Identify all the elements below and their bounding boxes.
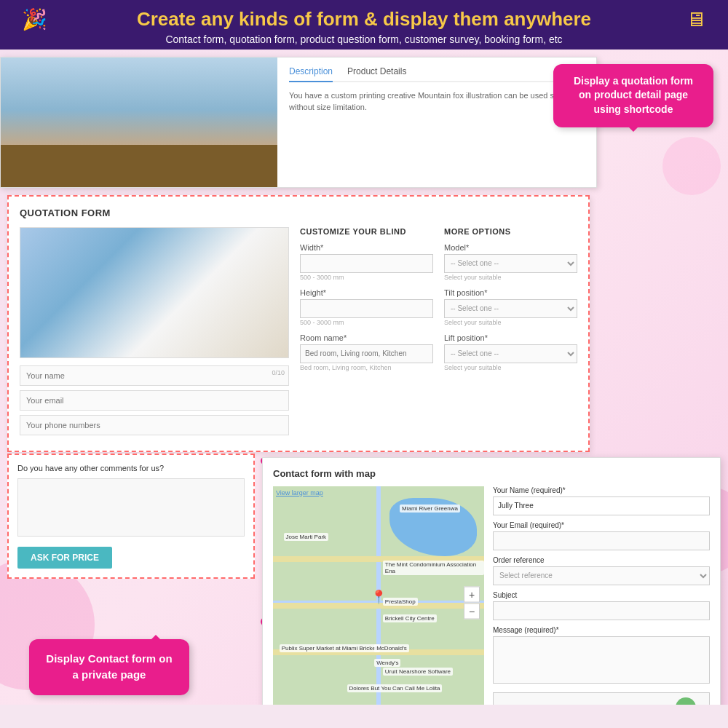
quotation-left: 0/10: [20, 227, 289, 440]
lift-field: Lift position* -- Select one -- Select y…: [444, 333, 577, 371]
map-controls: + −: [464, 586, 480, 619]
cf-subject-group: Subject: [493, 591, 710, 620]
map-pin: 📍: [371, 589, 387, 605]
main-content: Description Product Details You have a c…: [0, 50, 728, 705]
quotation-body: 0/10 CUSTOMIZE YOUR BLIND Width* 500 - 3…: [20, 227, 577, 440]
phone-input[interactable]: [20, 415, 289, 435]
cf-name-input[interactable]: [493, 496, 710, 515]
more-options-title: MORE OPTIONS: [444, 227, 577, 236]
map-label-mcdonalds: McDonald's: [374, 644, 409, 652]
confetti-icon-left: 🎉: [22, 7, 47, 31]
height-hint: 500 - 3000 mm: [300, 319, 433, 326]
width-label: Width*: [300, 243, 433, 252]
product-tabs-area: Description Product Details You have a c…: [277, 58, 596, 187]
tab-description[interactable]: Description: [289, 66, 333, 82]
product-screenshot: Description Product Details You have a c…: [0, 57, 597, 188]
map-label-jose: Jose Marti Park: [284, 533, 329, 541]
width-input[interactable]: [300, 254, 433, 273]
quotation-panel: QUOTATION FORM 0/10 CUSTOMIZE YOUR BLIND: [7, 195, 590, 452]
svg-text:rC: rC: [682, 704, 690, 705]
width-hint: 500 - 3000 mm: [300, 274, 433, 281]
cf-email-label: Your Email (required)*: [493, 521, 710, 529]
cf-subject-input[interactable]: [493, 601, 710, 620]
map-view-larger[interactable]: View larger map: [276, 489, 323, 496]
model-field: Model* -- Select one -- Select your suit…: [444, 243, 577, 281]
map-label-miami: Miami River Greenwa: [400, 505, 460, 513]
map-zoom-out[interactable]: −: [464, 603, 480, 619]
cf-subject-label: Subject: [493, 591, 710, 599]
cf-order-select[interactable]: Select reference: [493, 566, 710, 585]
page-header: 🎉 Create any kinds of form & display the…: [0, 0, 728, 50]
contact-map: View larger map Miami River Greenwa Jose…: [273, 486, 484, 705]
lift-select[interactable]: -- Select one --: [444, 344, 577, 363]
quotation-image: [20, 227, 289, 358]
cf-message-group: Message (required)*: [493, 626, 710, 687]
quotation-right-cols: CUSTOMIZE YOUR BLIND Width* 500 - 3000 m…: [300, 227, 577, 379]
room-label: Room name*: [300, 333, 433, 342]
customize-col: CUSTOMIZE YOUR BLIND Width* 500 - 3000 m…: [300, 227, 433, 379]
map-label-mint: The Mint Condominium Association Ena: [383, 561, 484, 575]
map-label-wendys: Wendy's: [374, 659, 400, 667]
page-title: Create any kinds of form & display them …: [15, 7, 713, 32]
contact-form-right: Your Name (required)* Your Email (requir…: [493, 486, 710, 705]
tilt-hint: Select your suitable: [444, 319, 577, 326]
tooltip-product: Display a quotation form on product deta…: [553, 64, 713, 127]
map-label-unit: Uruit Nearshore Software: [383, 668, 453, 676]
cf-email-input[interactable]: [493, 531, 710, 550]
ask-price-button[interactable]: ASK FOR PRICE: [17, 547, 112, 569]
recaptcha-icon: rC: [674, 696, 697, 705]
product-image: [1, 58, 277, 188]
lift-label: Lift position*: [444, 333, 577, 342]
cf-message-label: Message (required)*: [493, 626, 710, 634]
map-label-prestashop: PrestaShop: [383, 598, 418, 606]
height-label: Height*: [300, 288, 433, 297]
page-subtitle: Contact form, quotation form, product qu…: [15, 33, 713, 45]
comments-textarea[interactable]: [17, 478, 245, 537]
name-input[interactable]: [20, 365, 289, 386]
more-options-col: MORE OPTIONS Model* -- Select one -- Sel…: [444, 227, 577, 379]
product-description: You have a custom printing creative Moun…: [289, 90, 585, 114]
tilt-select[interactable]: -- Select one --: [444, 299, 577, 318]
room-input[interactable]: [300, 344, 433, 363]
deco-circle-3: [662, 137, 721, 195]
cf-name-label: Your Name (required)*: [493, 486, 710, 494]
map-label-publix: Publix Super Market at Miami Brickell: [280, 644, 380, 652]
room-field: Room name* Bed room, Living room, Kitche…: [300, 333, 433, 371]
map-label-brickell: Brickell City Centre: [383, 614, 437, 622]
contact-panel-title: Contact form with map: [273, 468, 710, 479]
cf-name-group: Your Name (required)*: [493, 486, 710, 515]
contact-body: View larger map Miami River Greenwa Jose…: [273, 486, 710, 705]
quotation-title: QUOTATION FORM: [20, 207, 577, 218]
monitor-icon-right: 🖥: [686, 7, 706, 31]
contact-panel: Contact form with map View larger map: [262, 457, 721, 705]
cf-message-textarea[interactable]: [493, 636, 710, 684]
email-input[interactable]: [20, 390, 289, 411]
width-field: Width* 500 - 3000 mm: [300, 243, 433, 281]
comments-section: Do you have any other comments for us? A…: [7, 454, 255, 579]
height-field: Height* 500 - 3000 mm: [300, 288, 433, 326]
tilt-label: Tilt position*: [444, 288, 577, 297]
room-placeholder-hint: Bed room, Living room, Kitchen: [300, 364, 433, 371]
name-counter: 0/10: [272, 369, 285, 376]
tilt-field: Tilt position* -- Select one -- Select y…: [444, 288, 577, 326]
comments-label: Do you have any other comments for us?: [17, 464, 245, 472]
customize-title: CUSTOMIZE YOUR BLIND: [300, 227, 433, 236]
product-tabs: Description Product Details: [289, 66, 585, 82]
height-input[interactable]: [300, 299, 433, 318]
cf-order-group: Order reference Select reference: [493, 556, 710, 585]
tooltip-private: Display Contact form on a private page: [29, 639, 189, 695]
map-zoom-in[interactable]: +: [464, 586, 480, 602]
tab-product-details[interactable]: Product Details: [347, 66, 406, 81]
cf-captcha-logo: rC reCAPTCHAPrivacy · Terms: [668, 696, 703, 705]
quotation-right: CUSTOMIZE YOUR BLIND Width* 500 - 3000 m…: [300, 227, 577, 440]
lift-hint: Select your suitable: [444, 364, 577, 371]
map-label-dolores: Dolores But You Can Call Me Lolita: [347, 684, 443, 692]
model-select[interactable]: -- Select one --: [444, 254, 577, 273]
contact-map-container: View larger map Miami River Greenwa Jose…: [273, 486, 484, 705]
model-label: Model*: [444, 243, 577, 252]
cf-order-label: Order reference: [493, 556, 710, 564]
model-hint: Select your suitable: [444, 274, 577, 281]
cf-email-group: Your Email (required)*: [493, 521, 710, 550]
cf-captcha-box: I'm not a robot rC reCAPTCHAPrivacy · Te…: [493, 692, 710, 705]
